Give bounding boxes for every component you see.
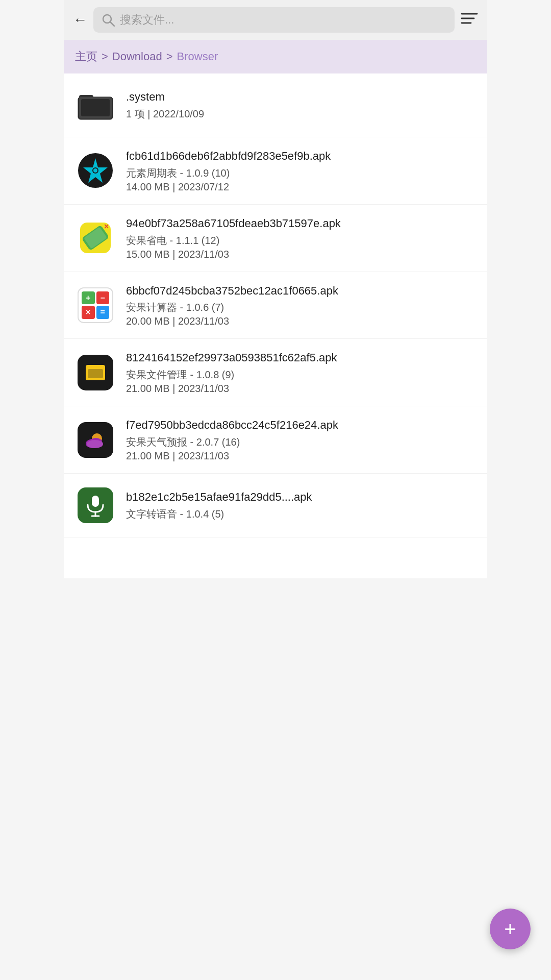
apk-icon-calc: + − × = (75, 285, 116, 326)
file-info: 6bbcf07d245bcba3752bec12ac1f0665.apk 安果计… (126, 283, 476, 328)
file-name: 94e0bf73a258a67105fdeaeb3b71597e.apk (126, 216, 476, 232)
file-meta: 安果省电 - 1.1.1 (12) (126, 234, 476, 248)
file-info: fcb61d1b66deb6f2abbfd9f283e5ef9b.apk 元素周… (126, 149, 476, 193)
back-button[interactable]: ← (73, 12, 87, 28)
apk-icon-filemanager (75, 352, 116, 393)
apk-icon-weather (75, 420, 116, 460)
list-item[interactable]: + − × = 6bbcf07d245bcba3752bec12ac1f0665… (64, 272, 487, 339)
file-size-date: 20.00 MB | 2023/11/03 (126, 315, 476, 327)
file-info: .system 1 项 | 2022/10/09 (126, 89, 476, 121)
file-size-date: 21.00 MB | 2023/11/03 (126, 450, 476, 462)
svg-rect-29 (92, 496, 99, 507)
sort-icon[interactable] (461, 11, 478, 29)
svg-rect-21 (88, 369, 103, 378)
file-meta: 安果天气预报 - 2.0.7 (16) (126, 435, 476, 449)
list-item[interactable]: 8124164152ef29973a0593851fc62af5.apk 安果文… (64, 339, 487, 406)
file-info: f7ed7950bb3edcda86bcc24c5f216e24.apk 安果天… (126, 418, 476, 462)
file-name: .system (126, 89, 476, 105)
breadcrumb-home[interactable]: 主页 (75, 49, 97, 64)
apk-icon-battery: × (75, 217, 116, 258)
apk-icon-tts (75, 485, 116, 526)
file-meta: 1 项 | 2022/10/09 (126, 107, 476, 121)
breadcrumb-browser[interactable]: Browser (177, 50, 218, 63)
apk-icon-periodic (75, 150, 116, 191)
svg-line-1 (110, 22, 114, 26)
svg-rect-9 (81, 99, 110, 116)
file-info: b182e1c2b5e15afae91fa29dd5....apk 文字转语音 … (126, 489, 476, 521)
breadcrumb-sep-1: > (102, 50, 108, 63)
file-info: 8124164152ef29973a0593851fc62af5.apk 安果文… (126, 350, 476, 395)
svg-text:×: × (104, 222, 109, 231)
file-name: fcb61d1b66deb6f2abbfd9f283e5ef9b.apk (126, 149, 476, 164)
file-size-date: 15.00 MB | 2023/11/03 (126, 249, 476, 260)
file-list: .system 1 项 | 2022/10/09 fcb61d1b66deb6f… (64, 74, 487, 578)
header: ← 搜索文件... (64, 0, 487, 40)
file-name: 8124164152ef29973a0593851fc62af5.apk (126, 350, 476, 366)
svg-point-27 (87, 440, 103, 448)
list-item[interactable]: b182e1c2b5e15afae91fa29dd5....apk 文字转语音 … (64, 474, 487, 537)
file-name: f7ed7950bb3edcda86bcc24c5f216e24.apk (126, 418, 476, 433)
list-item[interactable]: .system 1 项 | 2022/10/09 (64, 74, 487, 137)
file-meta: 元素周期表 - 1.0.9 (10) (126, 166, 476, 180)
search-placeholder: 搜索文件... (120, 12, 174, 28)
file-meta: 安果文件管理 - 1.0.8 (9) (126, 368, 476, 382)
search-icon (102, 13, 115, 27)
breadcrumb-download[interactable]: Download (112, 50, 162, 63)
file-meta: 安果计算器 - 1.0.6 (7) (126, 301, 476, 314)
list-item[interactable]: × 94e0bf73a258a67105fdeaeb3b71597e.apk 安… (64, 205, 487, 272)
breadcrumb-sep-2: > (166, 50, 173, 63)
file-size-date: 21.00 MB | 2023/11/03 (126, 383, 476, 395)
file-size-date: 14.00 MB | 2023/07/12 (126, 181, 476, 193)
file-name: b182e1c2b5e15afae91fa29dd5....apk (126, 489, 476, 505)
file-name: 6bbcf07d245bcba3752bec12ac1f0665.apk (126, 283, 476, 299)
svg-point-13 (93, 168, 97, 173)
file-info: 94e0bf73a258a67105fdeaeb3b71597e.apk 安果省… (126, 216, 476, 260)
search-bar[interactable]: 搜索文件... (93, 7, 455, 33)
breadcrumb: 主页 > Download > Browser (64, 40, 487, 74)
file-meta: 文字转语音 - 1.0.4 (5) (126, 507, 476, 521)
list-item[interactable]: fcb61d1b66deb6f2abbfd9f283e5ef9b.apk 元素周… (64, 137, 487, 205)
list-item[interactable]: f7ed7950bb3edcda86bcc24c5f216e24.apk 安果天… (64, 406, 487, 474)
folder-icon (75, 85, 116, 126)
